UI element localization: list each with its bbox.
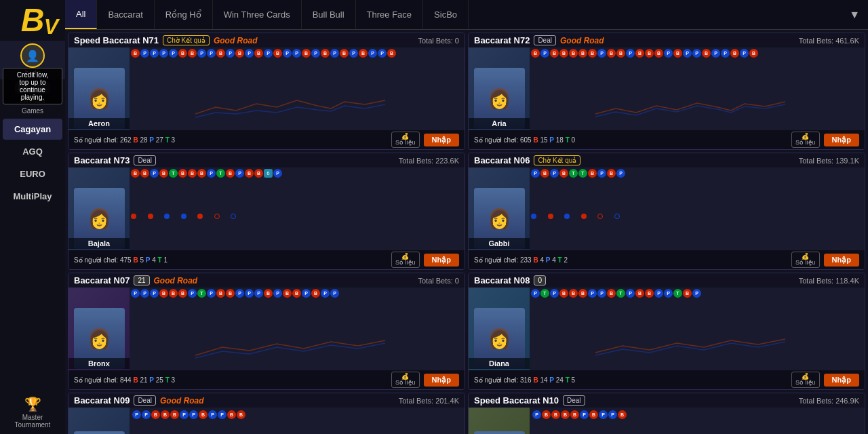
bead: B [588, 169, 597, 178]
players-n73: Số người chơi: 475 B 5 P 4 T 1 [74, 256, 387, 264]
bead: P [197, 49, 206, 58]
master-tournament[interactable]: 🏆 Master Tournament [0, 391, 65, 434]
bead: P [169, 49, 178, 58]
card-footer-n06: Số người chơi: 233 B 4 P 4 T 2 💰Số liệu … [469, 250, 865, 269]
tab-baccarat[interactable]: Baccarat [97, 0, 154, 29]
road-dot [214, 214, 220, 219]
enter-button-n06[interactable]: Nhập [824, 254, 859, 267]
so-lieu-button-n08[interactable]: 💰Số liệu [791, 372, 820, 388]
card-title-n08: Baccarat N08 [474, 275, 530, 285]
players-n71: Số người chơi: 262 B 28 P 27 T 3 [74, 136, 387, 144]
card-footer-n72: Số người chơi: 605 B 15 P 18 T 0 💰Số liệ… [469, 130, 865, 149]
bead: B [188, 49, 197, 58]
card-title-n09: Baccarat N09 [74, 395, 130, 406]
bet-b-n72: B [533, 136, 538, 144]
enter-button-n73[interactable]: Nhập [424, 254, 459, 267]
bet-p-n71: P [149, 136, 154, 144]
dealer-name-n06: Gabbi [469, 238, 530, 249]
bead: B [607, 169, 616, 178]
bead: B [131, 169, 140, 178]
bead: P [188, 289, 197, 298]
road-dot [597, 214, 603, 219]
bead: P [207, 289, 216, 298]
bead: B [588, 49, 597, 58]
games-label: Games [22, 106, 43, 116]
bead: P [599, 410, 608, 419]
road-section-n73: BB PB TB BB PT BP BB 6 P [130, 167, 465, 250]
avatar: 👤 [20, 43, 45, 68]
bead: B [569, 289, 578, 298]
bead: B [616, 49, 625, 58]
so-lieu-button-n73[interactable]: 💰Số liệu [391, 252, 420, 268]
tab-win-three-cards[interactable]: Win Three Cards [213, 0, 302, 29]
sidebar-item-multiplay[interactable]: MultiPlay [3, 186, 62, 207]
nav-dropdown-button[interactable]: ▼ [841, 3, 868, 26]
bead: B [169, 289, 178, 298]
bead: P [321, 289, 330, 298]
tab-bull-bull[interactable]: Bull Bull [302, 0, 356, 29]
tooltip-line2: top up to continue playing. [7, 79, 58, 101]
sidebar-item-euro[interactable]: EURO [3, 163, 62, 184]
game-card-n73: Baccarat N73 Deal Total Bets: 223.6K 👩 B… [68, 153, 465, 270]
bead: P [208, 410, 217, 419]
so-lieu-button-n06[interactable]: 💰Số liệu [791, 252, 820, 268]
enter-button-n72[interactable]: Nhập [824, 134, 859, 146]
tab-rong-ho[interactable]: Rồng Hổ [155, 0, 213, 29]
bead: P [683, 49, 692, 58]
bead: P [283, 49, 292, 58]
card-title-n71: Speed Baccarat N71 [74, 35, 159, 45]
bead: P [580, 410, 589, 419]
bead: B [635, 289, 644, 298]
road-section-n72: BPBBBB BPBBPB BBPBPP BPPBPB [530, 47, 865, 130]
card-badge-n72: Deal [534, 35, 556, 45]
trophy-icon: 🏆 [24, 396, 41, 412]
sidebar-item-cagayan[interactable]: Cagayan [3, 119, 62, 140]
card-header-n08: Baccarat N08 0 Total Bets: 118.4K [469, 273, 865, 288]
sidebar-nav: Cagayan AGQ EURO MultiPlay [0, 116, 65, 210]
card-header-n10: Speed Baccarat N10 Deal Total Bets: 246.… [469, 393, 865, 408]
bead: P [273, 289, 282, 298]
bead: B [254, 169, 263, 178]
road-dot [131, 214, 136, 219]
enter-button-n08[interactable]: Nhập [824, 374, 859, 387]
card-title-n72: Baccarat N72 [474, 35, 530, 45]
dealer-section-n71: 👩 Aeron [68, 47, 130, 130]
bead: B [283, 289, 292, 298]
bead: B [226, 289, 235, 298]
dealer-img-n10: 👩 [469, 408, 530, 434]
bead: P [273, 169, 282, 178]
bead: P [264, 49, 273, 58]
total-bets-n08: Total Bets: 118.4K [799, 277, 859, 285]
sidebar-logo: B V [5, 0, 60, 41]
so-lieu-button-n71[interactable]: 💰Số liệu [391, 132, 420, 148]
card-badge-n06: Chờ Kết quả [534, 155, 580, 165]
total-bets-n09: Total Bets: 201.4K [399, 397, 459, 405]
bead: P [626, 289, 635, 298]
sidebar-item-agq[interactable]: AGQ [3, 141, 62, 162]
so-lieu-button-n07[interactable]: 💰Số liệu [391, 372, 420, 388]
bead: P [189, 410, 198, 419]
bead: B [178, 169, 187, 178]
enter-button-n71[interactable]: Nhập [424, 134, 459, 146]
bead: B [542, 410, 551, 419]
bead: B [387, 49, 396, 58]
bead: B [551, 410, 560, 419]
tab-three-face[interactable]: Three Face [356, 0, 423, 29]
bead: P [311, 49, 320, 58]
tab-all[interactable]: All [65, 0, 97, 29]
bead: P [626, 49, 635, 58]
card-body-n08: 👩 Diana PTPBBB PPBTPB BPPTBP [469, 288, 865, 370]
bead: B [531, 49, 540, 58]
bead: T [616, 289, 625, 298]
so-lieu-button-n72[interactable]: 💰Số liệu [791, 132, 820, 148]
bead: P [245, 49, 254, 58]
sidebar: B V 👤 b..dir Credit low, top up to conti… [0, 0, 65, 434]
tab-sicbo[interactable]: SicBo [423, 0, 469, 29]
bead: B [227, 410, 236, 419]
road-dot [531, 214, 536, 219]
bet-p-n72: P [549, 136, 554, 144]
enter-button-n07[interactable]: Nhập [424, 374, 459, 387]
card-badge-n71: Chờ Kết quả [163, 35, 210, 45]
bead: T [169, 169, 178, 178]
bead: B [607, 289, 616, 298]
